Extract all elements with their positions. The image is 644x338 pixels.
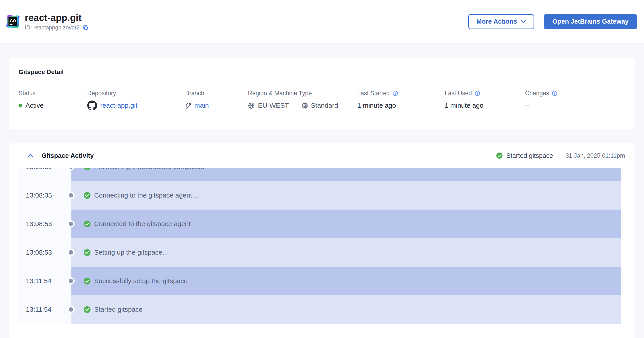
log-message-cell: Connecting to the gitspace agent... (72, 181, 621, 210)
field-repository: Repository react-app.git (87, 89, 138, 110)
activity-header: Gitspace Activity Started gitspace 31 Ja… (9, 143, 635, 168)
log-message: Provisioning infrastructure completed (94, 168, 204, 171)
status-label: Status (18, 89, 44, 97)
gitspace-id: ID: reactappgit-zovdr2 (25, 24, 80, 31)
last-used-label: Last Used (445, 89, 472, 97)
field-region-machine: Region & Machine Type EU-WEST Standard (248, 89, 338, 110)
log-message-cell: Setting up the gitspace... (72, 238, 621, 267)
chevron-down-icon (520, 20, 526, 23)
check-circle-icon (84, 220, 91, 228)
active-status-dot-icon (18, 104, 22, 107)
globe-icon (248, 102, 255, 109)
gitspace-detail-card: Gitspace Detail Status Active Repository… (9, 58, 635, 130)
chevron-up-icon (27, 154, 34, 158)
timeline-dot-icon (69, 279, 73, 283)
log-message: Connecting to the gitspace agent... (94, 192, 198, 199)
open-jetbrains-gateway-button[interactable]: Open JetBrains Gateway (544, 14, 637, 29)
more-actions-label: More Actions (476, 18, 517, 25)
goland-gradient-logo-icon: GO (7, 15, 19, 28)
open-gateway-label: Open JetBrains Gateway (552, 18, 628, 25)
page-title: react-app.git (25, 12, 88, 23)
git-branch-icon (185, 102, 191, 109)
log-time: 13:08:35 (18, 168, 72, 181)
field-status: Status Active (18, 89, 44, 110)
log-time: 13:11:54 (18, 267, 72, 295)
activity-status: Started gitspace 31 Jan, 2025 01:11pm (496, 152, 625, 159)
changes-label: Changes (525, 89, 549, 97)
github-icon (87, 101, 97, 110)
more-actions-button[interactable]: More Actions (468, 14, 534, 29)
title-block: react-app.git ID: reactappgit-zovdr2 (25, 12, 88, 31)
last-used-value: 1 minute ago (445, 102, 483, 109)
log-message: Successfully setup the gitspace (94, 277, 188, 285)
log-message-cell: Connected to the gitspace agent (72, 210, 621, 238)
log-time: 13:08:53 (18, 238, 72, 267)
last-started-label: Last Started (357, 89, 390, 97)
check-circle-icon (84, 168, 91, 171)
field-changes: Changes -- (525, 89, 558, 110)
check-circle-icon (84, 249, 91, 256)
repository-label: Repository (87, 89, 138, 97)
last-started-value: 1 minute ago (357, 102, 396, 109)
collapse-activity-toggle[interactable] (27, 153, 34, 158)
check-circle-icon (84, 306, 91, 313)
branch-link[interactable]: main (194, 102, 209, 109)
gitspace-activity-card: Gitspace Activity Started gitspace 31 Ja… (9, 143, 635, 338)
log-row[interactable]: 13:08:35 Provisioning infrastructure com… (18, 168, 621, 181)
check-circle-icon (496, 152, 503, 159)
machine-type-value: Standard (311, 102, 338, 109)
branch-label: Branch (185, 89, 209, 97)
check-circle-icon (84, 277, 91, 285)
activity-timestamp: 31 Jan, 2025 01:11pm (566, 152, 625, 159)
log-time: 13:08:53 (18, 210, 72, 238)
field-last-started: Last Started 1 minute ago (357, 89, 398, 110)
region-value: EU-WEST (258, 102, 289, 109)
cpu-icon (301, 102, 308, 109)
activity-log-scroll-area[interactable]: 13:08:35 Provisioning infrastructure com… (18, 168, 621, 324)
log-message-cell: Successfully setup the gitspace (72, 267, 621, 295)
log-row[interactable]: 13:11:54 Started gitspace (18, 295, 621, 324)
log-row[interactable]: 13:08:53 Connected to the gitspace agent (18, 210, 621, 238)
log-message-cell: Provisioning infrastructure completed (72, 168, 621, 181)
activity-log-list: 13:08:35 Provisioning infrastructure com… (18, 168, 621, 324)
timeline-dot-icon (69, 222, 73, 226)
copy-icon[interactable] (82, 24, 88, 31)
log-time: 13:11:54 (18, 295, 72, 324)
log-row[interactable]: 13:08:35 Connecting to the gitspace agen… (18, 181, 621, 210)
timeline-dot-icon (69, 307, 73, 312)
log-row[interactable]: 13:08:53 Setting up the gitspace... (18, 238, 621, 267)
activity-status-label: Started gitspace (506, 152, 553, 159)
app-header: GO react-app.git ID: reactappgit-zovdr2 … (0, 0, 644, 43)
timeline-dot-icon (69, 250, 73, 255)
field-last-used: Last Used 1 minute ago (445, 89, 483, 110)
changes-value: -- (525, 102, 530, 109)
timeline-dot-icon (69, 193, 73, 198)
region-machine-label: Region & Machine Type (248, 89, 338, 97)
status-value: Active (26, 102, 44, 109)
log-message: Setting up the gitspace... (94, 249, 168, 256)
detail-card-title: Gitspace Detail (18, 68, 64, 76)
log-message: Started gitspace (94, 306, 142, 313)
log-time: 13:08:35 (18, 181, 72, 210)
log-row[interactable]: 13:11:54 Successfully setup the gitspace (18, 267, 621, 295)
field-branch: Branch main (185, 89, 209, 110)
log-message-cell: Started gitspace (72, 295, 621, 324)
activity-title: Gitspace Activity (42, 152, 94, 159)
info-circle-icon[interactable] (552, 90, 558, 96)
check-circle-icon (84, 192, 91, 199)
info-circle-icon[interactable] (475, 90, 480, 96)
info-circle-icon[interactable] (392, 90, 398, 96)
log-message: Connected to the gitspace agent (94, 220, 190, 228)
repository-link[interactable]: react-app.git (100, 102, 138, 109)
